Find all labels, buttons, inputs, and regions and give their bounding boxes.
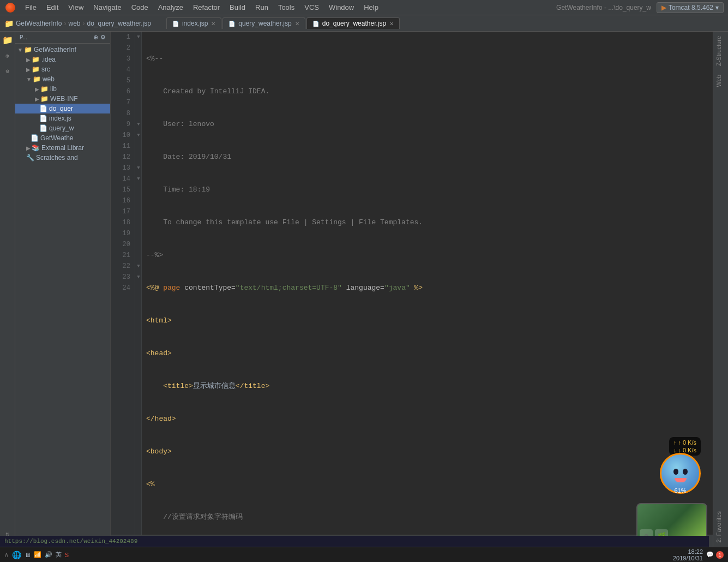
menu-navigate[interactable]: Navigate [89,2,125,13]
tree-getweathe[interactable]: 📄 GetWeathe [15,133,110,143]
project-icon[interactable]: 📁 [1,34,14,47]
code-content-2: Created by IntelliJ IDEA. [146,86,269,97]
clock-time: 18:22 [673,548,703,555]
tree-index[interactable]: 📄 index.js [15,113,110,123]
taskbar-chevron: ∧ [4,551,9,559]
code-content-8a: <%@ [146,283,163,294]
tree-src[interactable]: ▶ 📁 src [15,64,110,74]
scratches-label: Scratches and [36,154,78,162]
do-query-file-icon: 📄 [39,105,47,112]
code-area[interactable]: 1 2 3 4 5 6 7 8 9 10 11 12 13 14 15 16 1… [111,32,713,535]
fold-btn-1[interactable]: ▼ [135,32,142,43]
menu-refactor[interactable]: Refactor [189,2,224,13]
sidebar-tab-z-structure[interactable]: Z-Structure [713,32,728,70]
wifi-icon: 📶 [34,551,41,558]
tree-idea[interactable]: ▶ 📁 .idea [15,55,110,64]
code-line-5: Time: 18:19 [146,184,713,195]
avatar-percent: 61% [659,457,702,494]
tab-do-query-close[interactable]: ✕ [389,21,394,27]
tab-do-query-label: do_query_weather.jsp [322,20,386,27]
sidebar-tab-web[interactable]: Web [713,70,728,91]
code-lines: <%-- Created by IntelliJ IDEA. User: len… [142,32,713,535]
code-line-1: <%-- [146,53,713,64]
tomcat-dropdown-icon[interactable]: ▾ [715,4,719,11]
code-line-7: --%> [146,250,713,261]
query-w-label: query_w [49,124,74,132]
line-num-9: 9 [111,119,135,130]
menu-vcs[interactable]: VCS [300,2,323,13]
fold-btn-9[interactable]: ▼ [135,119,142,130]
fold-btn-13[interactable]: ▼ [135,163,142,174]
code-content-8f: "java" [384,283,410,294]
code-content-14: <% [146,479,155,490]
taskbar-lang[interactable]: 英 [56,551,62,559]
line-num-4: 4 [111,64,135,75]
fold-btn-22[interactable]: ▼ [135,272,142,283]
url-bar: https://blog.csdn.net/weixin_44202489 [0,536,709,547]
webinf-arrow: ▶ [35,96,39,102]
menu-file[interactable]: File [21,2,41,13]
clock-date: 2019/10/31 [673,555,703,561]
lib-label: lib [50,85,57,93]
fold-btn-14[interactable]: ▼ [135,174,142,184]
project-name: GetWeatherInfo [16,20,62,27]
tree-webinf[interactable]: ▶ 📁 WEB-INF [15,94,110,104]
line-num-16: 16 [111,195,135,206]
fold-btn-21[interactable]: ▼ [135,261,142,272]
tree-scratches[interactable]: 🔧 Scratches and [15,153,110,163]
add-icon[interactable]: ⊕ [1,49,14,62]
code-editor[interactable]: 1 2 3 4 5 6 7 8 9 10 11 12 13 14 15 16 1… [111,32,713,547]
tab-query-close[interactable]: ✕ [295,21,299,27]
line-num-3: 3 [111,53,135,64]
tree-external-lib[interactable]: ▶ 📚 External Librar [15,143,110,153]
percent-label: 61% [674,487,686,494]
line-num-15: 15 [111,184,135,195]
code-content-8e: language= [342,283,384,294]
tree-do-query[interactable]: 📄 do_quer [15,104,110,113]
panel-gear-icon[interactable]: ⚙ [100,34,106,41]
lib-folder-icon: 📁 [40,85,49,93]
settings-icon[interactable]: ⚙ [1,64,14,77]
menu-view[interactable]: View [64,2,88,13]
root-folder-icon: 📁 [24,46,32,53]
menu-run[interactable]: Run [251,2,273,13]
code-line-3: User: lenovo [146,119,713,130]
tree-query-w[interactable]: 📄 query_w [15,123,110,133]
tree-lib[interactable]: ▶ 📁 lib [15,84,110,94]
sidebar-tab-favorites[interactable]: 2: Favorites [713,507,728,547]
shield-icon: S [65,552,69,558]
tomcat-badge[interactable]: ▶ Tomcat 8.5.462 ▾ [657,2,724,13]
line-num-21: 21 [111,250,135,261]
tab-index-jsp[interactable]: 📄 index.jsp ✕ [166,17,221,29]
panel-header-icons: ⊕ ⚙ [93,34,106,41]
web-arrow: ▼ [26,76,32,82]
code-content-5: Time: 18:19 [146,184,210,195]
tab-query-weather[interactable]: 📄 query_weather.jsp ✕ [222,17,305,29]
index-file-icon: 📄 [39,115,47,122]
code-line-9: <html> [146,315,713,326]
code-line-15: //设置请求对象字符编码 [146,512,713,523]
code-content-8d: "text/html;charset=UTF-8" [236,283,342,294]
webinf-label: WEB-INF [50,95,78,103]
tab-do-query-weather[interactable]: 📄 do_query_weather.jsp ✕ [306,17,400,29]
window-title: GetWeatherInfo - ...\do_query_w [556,4,651,11]
menu-help[interactable]: Help [359,2,383,13]
idea-label: .idea [41,56,56,63]
tree-web[interactable]: ▼ 📁 web [15,74,110,84]
panel-add-icon[interactable]: ⊕ [93,34,98,41]
tab-index-close[interactable]: ✕ [211,21,215,27]
taskbar-notification[interactable]: 💬 1 [706,551,724,559]
web-folder: web [69,20,81,27]
menu-tools[interactable]: Tools [274,2,299,13]
tree-root[interactable]: ▼ 📁 GetWeatherInf [15,45,110,55]
panel-header: P... ⊕ ⚙ [15,32,110,44]
menu-edit[interactable]: Edit [42,2,63,13]
menu-analyze[interactable]: Analyze [154,2,188,13]
notification-icon: 💬 [706,551,714,558]
menu-window[interactable]: Window [324,2,358,13]
fold-btn-10[interactable]: ▼ [135,130,142,141]
menu-build[interactable]: Build [225,2,250,13]
menu-code[interactable]: Code [127,2,153,13]
line-num-6: 6 [111,86,135,97]
line-num-23: 23 [111,272,135,283]
